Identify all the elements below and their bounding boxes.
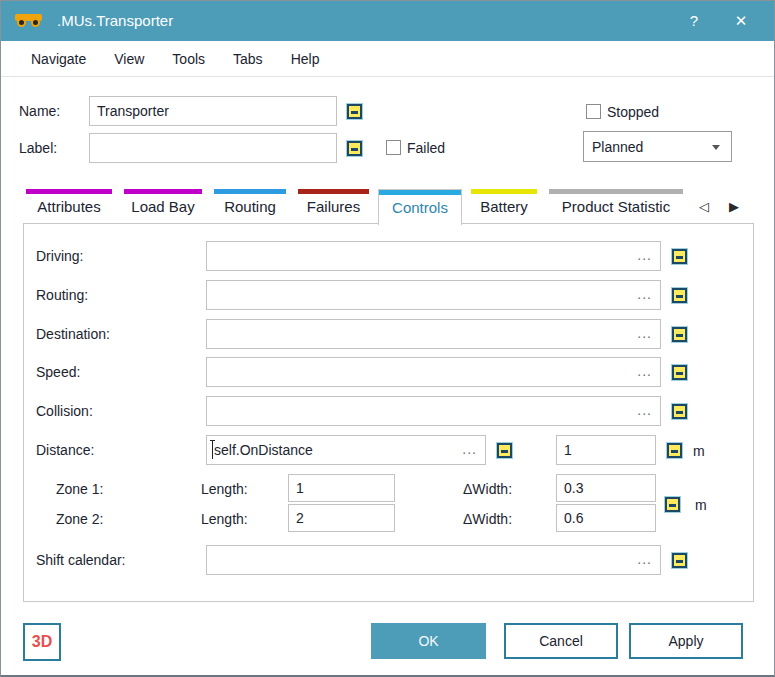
zone2-length-input[interactable]: 2 [288,504,395,532]
tab-scroll-right-icon[interactable]: ▶ [722,189,746,224]
zone2-width-label: ΔWidth: [463,511,512,527]
name-input[interactable]: Transporter [89,96,337,126]
distance-control-input[interactable]: self.OnDistance ... [206,435,486,465]
stopped-checkbox[interactable] [586,104,601,119]
zone2-length-label: Length: [201,511,248,527]
3d-view-button[interactable]: 3D [23,623,61,661]
menu-view[interactable]: View [114,51,144,67]
transporter-dialog-window: .MUs.Transporter ? ✕ Navigate View Tools… [0,0,775,677]
zone1-length-label: Length: [201,481,248,497]
speed-input[interactable]: ... [206,357,661,387]
menu-tabs[interactable]: Tabs [233,51,263,67]
tab-controls[interactable]: Controls [378,189,462,225]
routing-label: Routing: [36,287,88,303]
zones-unit-label: m [695,497,707,513]
inherit-toggle-speed[interactable] [672,365,687,380]
driving-label: Driving: [36,248,83,264]
inherit-toggle-shift-calendar[interactable] [672,553,687,568]
destination-label: Destination: [36,326,110,342]
label-input[interactable] [89,133,337,163]
menu-tools[interactable]: Tools [172,51,205,67]
distance-unit-label: m [693,443,705,459]
name-label: Name: [19,103,60,119]
speed-label: Speed: [36,364,80,380]
driving-browse-ellipsis[interactable]: ... [637,250,652,260]
routing-input[interactable]: ... [206,280,661,310]
failed-checkbox[interactable] [386,140,401,155]
state-dropdown-value: Planned [592,139,643,155]
ok-button[interactable]: OK [371,623,486,659]
zone2-width-input[interactable]: 0.6 [556,504,656,532]
collision-browse-ellipsis[interactable]: ... [637,405,652,415]
close-icon[interactable]: ✕ [726,10,756,32]
tab-scroll-left-icon[interactable]: ◁ [692,189,716,224]
zone1-label: Zone 1: [56,481,103,497]
destination-input[interactable]: ... [206,319,661,349]
distance-label: Distance: [36,442,94,458]
tab-routing[interactable]: Routing [211,189,289,224]
zone2-label: Zone 2: [56,511,103,527]
shift-calendar-input[interactable]: ... [206,545,661,575]
driving-input[interactable]: ... [206,241,661,271]
state-dropdown[interactable]: Planned [583,131,732,162]
routing-browse-ellipsis[interactable]: ... [637,289,652,299]
menu-help[interactable]: Help [291,51,320,67]
tab-battery[interactable]: Battery [468,189,540,224]
failed-label: Failed [407,140,445,156]
inherit-toggle-zones[interactable] [665,497,680,512]
inherit-toggle-distance-value[interactable] [667,443,682,458]
transporter-icon [15,14,42,29]
menu-navigate[interactable]: Navigate [31,51,86,67]
stopped-label: Stopped [607,104,659,120]
destination-browse-ellipsis[interactable]: ... [637,328,652,338]
inherit-toggle-name[interactable] [347,104,362,119]
cancel-button[interactable]: Cancel [504,623,618,659]
chevron-down-icon [712,145,720,150]
distance-browse-ellipsis[interactable]: ... [462,444,477,454]
inherit-toggle-driving[interactable] [672,249,687,264]
inherit-toggle-routing[interactable] [672,288,687,303]
tab-failures[interactable]: Failures [295,189,372,224]
inherit-toggle-destination[interactable] [672,327,687,342]
tab-product-statistics[interactable]: Product Statistic [546,189,686,224]
title-bar[interactable]: .MUs.Transporter ? ✕ [1,1,774,41]
tab-attributes[interactable]: Attributes [23,189,115,224]
inherit-toggle-label[interactable] [347,141,362,156]
menu-bar: Navigate View Tools Tabs Help [1,41,774,77]
zone1-width-input[interactable]: 0.3 [556,474,656,502]
shift-calendar-browse-ellipsis[interactable]: ... [637,554,652,564]
help-button[interactable]: ? [679,10,709,32]
text-cursor [212,441,213,459]
label-label: Label: [19,140,57,156]
speed-browse-ellipsis[interactable]: ... [637,366,652,376]
inherit-toggle-distance-control[interactable] [497,443,512,458]
window-title: .MUs.Transporter [57,12,173,29]
zone1-width-label: ΔWidth: [463,481,512,497]
apply-button[interactable]: Apply [629,623,743,659]
tab-load-bay[interactable]: Load Bay [121,189,205,224]
distance-value-input[interactable]: 1 [556,435,656,465]
shift-calendar-label: Shift calendar: [36,552,126,568]
collision-input[interactable]: ... [206,396,661,426]
collision-label: Collision: [36,403,93,419]
inherit-toggle-collision[interactable] [672,404,687,419]
zone1-length-input[interactable]: 1 [288,474,395,502]
tab-strip: Attributes Load Bay Routing Failures Con… [23,189,746,224]
